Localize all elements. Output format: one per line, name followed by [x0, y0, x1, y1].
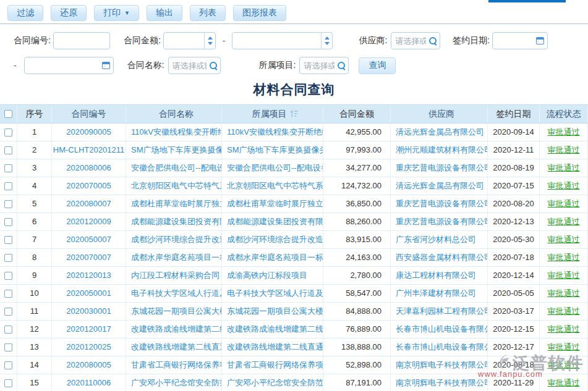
- cell-amount: 36,850.00: [323, 195, 391, 212]
- cell-project: SM广场地下车库更换摄像头: [222, 141, 323, 159]
- cell-amount: 97,993.00: [323, 141, 391, 159]
- amount-min-stepper[interactable]: [204, 32, 216, 49]
- status-cell: 审批通过: [540, 195, 588, 212]
- status-link[interactable]: 审批通过: [548, 199, 580, 208]
- export-button[interactable]: 输出: [147, 5, 182, 21]
- print-button[interactable]: 打印 ▼: [94, 5, 139, 21]
- search-icon[interactable]: [429, 37, 437, 45]
- query-button[interactable]: 查询: [359, 57, 396, 74]
- row-checkbox[interactable]: [4, 326, 12, 334]
- cell-sign-date: 2020-08-19: [488, 159, 540, 177]
- row-checkbox[interactable]: [4, 308, 12, 316]
- page-title: 材料合同查询: [0, 81, 588, 98]
- contract-no-link[interactable]: 2020120013: [52, 267, 126, 284]
- row-checkbox[interactable]: [4, 164, 12, 172]
- row-checkbox-cell: [0, 177, 17, 195]
- row-checkbox-cell: [0, 231, 17, 248]
- status-link[interactable]: 审批通过: [548, 217, 580, 226]
- contract-no-link[interactable]: 2020080005: [52, 356, 126, 374]
- contract-no-link[interactable]: 2020050007: [52, 231, 126, 248]
- cell-project: 广安邓小平纪念馆安全防范: [222, 374, 323, 391]
- contract-no-link[interactable]: 2020120017: [52, 321, 126, 338]
- sort-ascending-icon[interactable]: [290, 106, 298, 123]
- status-link[interactable]: 审批通过: [548, 342, 580, 351]
- calendar-icon[interactable]: [536, 37, 544, 44]
- header-project[interactable]: 所属项目: [222, 105, 323, 123]
- row-checkbox[interactable]: [4, 272, 12, 280]
- cell-supplier: 康达工程材料有限公司: [391, 267, 488, 284]
- select-all-checkbox[interactable]: [4, 110, 12, 118]
- cell-supplier: 西安盛器金属材料有限公司: [391, 249, 488, 266]
- sign-date-to-group: [24, 57, 114, 74]
- row-checkbox[interactable]: [4, 379, 12, 387]
- status-link[interactable]: 审批通过: [548, 127, 580, 137]
- status-cell: 审批通过: [540, 249, 588, 266]
- cell-sign-date: 2020-03-17: [488, 303, 540, 320]
- status-link[interactable]: 审批通过: [548, 181, 580, 190]
- status-link[interactable]: 审批通过: [548, 306, 580, 316]
- row-checkbox[interactable]: [4, 343, 12, 351]
- row-checkbox[interactable]: [4, 146, 12, 154]
- filter-button[interactable]: 过滤: [7, 5, 43, 21]
- restore-button[interactable]: 还原: [51, 5, 87, 21]
- contract-no-link[interactable]: 2020030001: [52, 303, 126, 320]
- cell-amount: 76,889.00: [323, 321, 391, 338]
- table-row: 2HM-CLHT20201211SM广场地下车库更换摄像头SM广场地下车库更换摄…: [0, 141, 588, 159]
- cell-supplier: 潮州元顺建筑材料有限公司: [391, 141, 488, 159]
- contract-no-link[interactable]: 2020090005: [52, 124, 126, 141]
- status-link[interactable]: 审批通过: [548, 324, 580, 334]
- cell-supplier: 长春市博山机电设备有限公司: [391, 338, 488, 356]
- spinner-down-icon[interactable]: [208, 42, 213, 45]
- contract-no-link[interactable]: 2020080007: [52, 195, 126, 212]
- search-icon[interactable]: [338, 62, 346, 70]
- contract-no-link[interactable]: 2020070005: [52, 177, 126, 195]
- list-button[interactable]: 列表: [190, 5, 226, 21]
- contract-no-link[interactable]: 2020120009: [52, 213, 126, 230]
- row-checkbox[interactable]: [4, 128, 12, 137]
- restore-button-label: 还原: [60, 7, 77, 19]
- spinner-up-icon[interactable]: [325, 36, 330, 40]
- cell-project: 成都沙河环境综合提升改造: [222, 231, 323, 248]
- status-link[interactable]: 审批通过: [548, 253, 580, 262]
- status-link[interactable]: 审批通过: [548, 163, 580, 172]
- contract-no-link[interactable]: 2020080006: [52, 159, 126, 177]
- row-checkbox[interactable]: [4, 254, 12, 262]
- chart-report-button[interactable]: 图形报表: [233, 5, 286, 21]
- row-checkbox[interactable]: [4, 236, 12, 244]
- cell-sign-date: 2020-12-13: [488, 213, 540, 230]
- row-checkbox[interactable]: [4, 290, 12, 298]
- cell-contract-name: SM广场地下车库更换摄像头: [126, 141, 222, 159]
- table-row: 52020080007成都杜甫草堂临时展厅独立成都杜甫草堂临时展厅独立36,85…: [0, 195, 588, 213]
- contract-no-link[interactable]: 2020050001: [52, 285, 126, 302]
- status-cell: 审批通过: [540, 321, 588, 338]
- status-link[interactable]: 审批通过: [548, 145, 580, 154]
- table-row: 122020120017改建铁路成渝线增建第二线改建铁路成渝线增建第二线76,8…: [0, 321, 588, 338]
- table-row: 82020070007成都水岸华庭名苑项目一标成都水岸华庭名苑项目一标24,16…: [0, 249, 588, 267]
- amount-max-input[interactable]: [232, 32, 333, 49]
- contract-no-link[interactable]: 2020070007: [52, 249, 126, 266]
- spinner-down-icon[interactable]: [325, 42, 330, 45]
- row-checkbox[interactable]: [4, 182, 12, 190]
- contract-no-link[interactable]: 2020110006: [52, 374, 126, 391]
- contract-no-link[interactable]: 2020120025: [52, 338, 126, 356]
- row-checkbox[interactable]: [4, 200, 12, 208]
- header-amount: 合同金额: [323, 105, 391, 123]
- calendar-icon[interactable]: [102, 62, 110, 69]
- row-checkbox[interactable]: [4, 361, 12, 369]
- contract-no-link[interactable]: HM-CLHT20201211: [52, 141, 126, 159]
- status-link[interactable]: 审批通过: [548, 271, 580, 280]
- search-icon[interactable]: [210, 62, 218, 70]
- status-link[interactable]: 审批通过: [548, 378, 580, 387]
- contract-no-input[interactable]: [53, 32, 110, 49]
- status-link[interactable]: 审批通过: [548, 360, 580, 369]
- amount-max-stepper[interactable]: [321, 32, 333, 49]
- status-link[interactable]: 审批通过: [548, 235, 580, 244]
- cell-amount: 87,191.00: [323, 374, 391, 391]
- sign-date-to-input[interactable]: [24, 57, 114, 74]
- row-checkbox[interactable]: [4, 218, 12, 226]
- spinner-up-icon[interactable]: [208, 36, 213, 40]
- cell-project: 110kV安徽线程集变开断绝缘: [222, 124, 323, 141]
- status-link[interactable]: 审批通过: [548, 288, 580, 298]
- table-row: 142020080005甘肃省工商银行网络保养项目甘肃省工商银行网络保养项目52…: [0, 356, 588, 374]
- supplier-label: 供应商:: [359, 35, 387, 46]
